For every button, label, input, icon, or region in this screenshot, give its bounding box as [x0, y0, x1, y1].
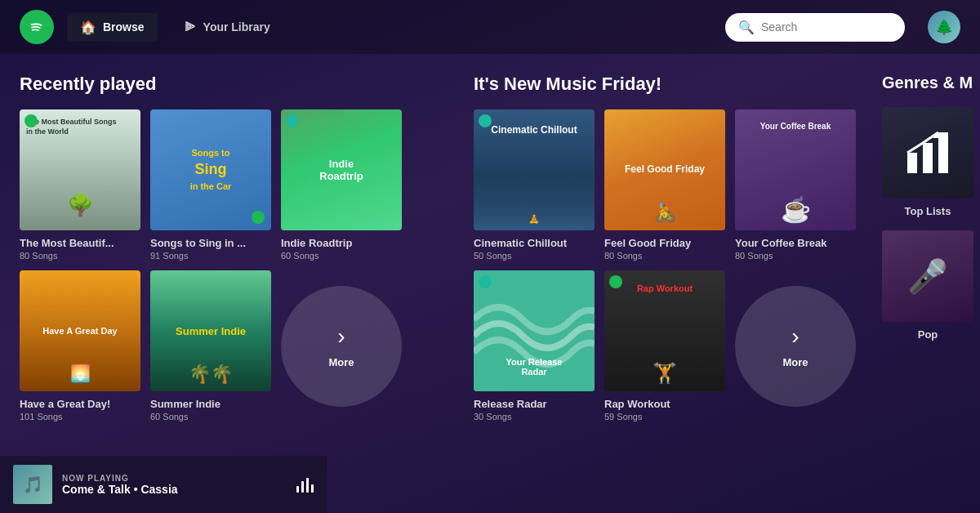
recently-played-row-1: The Most Beautiful Songsin the World 🌳 T…: [20, 109, 454, 261]
card-title-summer-indie: Summer Indie: [150, 398, 271, 410]
card-subtitle-indie-roadtrip: 60 Songs: [281, 251, 402, 261]
recently-played-section: Recently played The Most Beautiful Songs…: [0, 54, 474, 456]
spotify-logo[interactable]: [20, 10, 54, 44]
svg-rect-3: [923, 143, 933, 173]
spotify-badge-most-beautiful: [24, 114, 38, 127]
card-subtitle-summer-indie: 60 Songs: [150, 412, 271, 422]
svg-rect-4: [938, 132, 948, 173]
now-playing-label: NOW PLAYING: [62, 474, 287, 483]
spotify-badge-release: [479, 275, 492, 288]
card-subtitle-rap-workout: 59 Songs: [604, 412, 725, 422]
card-art-text-summer: Summer Indie: [169, 319, 252, 344]
card-title-rap-workout: Rap Workout: [604, 398, 725, 410]
card-subtitle-release-radar: 30 Songs: [474, 412, 595, 422]
bar-4: [311, 484, 314, 493]
genres-title: Genres & M: [882, 74, 973, 92]
more-card-recently-played: › More: [281, 270, 402, 422]
sun-decoration: 🌅: [70, 364, 91, 383]
card-subtitle-great-day: 101 Songs: [20, 412, 140, 422]
card-art-text-great-day: Have A Great Day: [36, 319, 124, 343]
recently-played-row-2: Have A Great Day 🌅 Have a Great Day! 101…: [20, 270, 454, 422]
card-art-text-release-radar: Your ReleaseRadar: [474, 350, 595, 383]
library-label: Your Library: [203, 20, 270, 33]
new-music-row-1: Cinematic Chillout 🧘 Cinematic Chillout …: [474, 109, 862, 261]
genre-card-pop[interactable]: 🎤 Pop: [882, 230, 973, 341]
coffee-decoration: ☕: [781, 195, 811, 224]
more-arrow-icon-2: ›: [791, 323, 799, 350]
card-img-most-beautiful: The Most Beautiful Songsin the World 🌳: [20, 109, 140, 230]
spotify-badge-indie: [286, 114, 299, 127]
genre-img-top-lists: [882, 107, 973, 199]
card-img-songs-sing: Songs toSingin the Car: [150, 109, 271, 230]
more-button-recently-played[interactable]: › More: [281, 286, 402, 407]
card-title-great-day: Have a Great Day!: [20, 398, 140, 410]
genre-title-top-lists: Top Lists: [882, 205, 973, 217]
browse-nav[interactable]: 🏠 Browse: [67, 13, 158, 42]
new-music-title: It's New Music Friday!: [474, 74, 862, 95]
more-label-new-music: More: [782, 356, 808, 368]
chart-icon: [903, 128, 952, 177]
bike-decoration: 🚴: [654, 203, 676, 224]
card-img-great-day: Have A Great Day 🌅: [20, 270, 140, 391]
card-art-text-most-beautiful: The Most Beautiful Songsin the World: [26, 118, 117, 136]
now-playing-bar[interactable]: 🎵 NOW PLAYING Come & Talk • Cassia: [0, 456, 327, 513]
library-nav[interactable]: ⫸ Your Library: [171, 13, 283, 41]
card-rap-workout[interactable]: Rap Workout 🏋️ Rap Workout 59 Songs: [604, 270, 725, 422]
home-icon: 🏠: [80, 20, 96, 35]
user-avatar[interactable]: 🌲: [928, 11, 960, 43]
mic-icon: 🎤: [907, 257, 948, 296]
card-art-text-songs-sing: Songs toSingin the Car: [184, 141, 238, 199]
now-playing-title: Come & Talk • Cassia: [62, 483, 287, 496]
card-feel-good[interactable]: Feel Good Friday 🚴 Feel Good Friday 80 S…: [604, 109, 725, 261]
card-title-indie-roadtrip: Indie Roadtrip: [281, 237, 402, 249]
genre-img-pop: 🎤: [882, 230, 973, 322]
search-bar[interactable]: 🔍: [725, 13, 905, 42]
card-img-indie-roadtrip: IndieRoadtrip: [281, 109, 402, 230]
card-subtitle-coffee-break: 80 Songs: [735, 251, 856, 261]
card-img-coffee-break: Your Coffee Break ☕: [735, 109, 856, 230]
card-art-text-indie: IndieRoadtrip: [313, 151, 369, 189]
card-most-beautiful[interactable]: The Most Beautiful Songsin the World 🌳 T…: [20, 109, 140, 261]
more-button-new-music[interactable]: › More: [735, 286, 856, 407]
card-coffee-break[interactable]: Your Coffee Break ☕ Your Coffee Break 80…: [735, 109, 856, 261]
card-subtitle-songs-sing: 91 Songs: [150, 251, 271, 261]
more-arrow-icon: ›: [337, 323, 345, 350]
main-content: Recently played The Most Beautiful Songs…: [0, 54, 980, 456]
card-art-text-rap: Rap Workout: [604, 277, 725, 300]
card-indie-roadtrip[interactable]: IndieRoadtrip Indie Roadtrip 60 Songs: [281, 109, 402, 261]
card-img-release-radar: Your ReleaseRadar: [474, 270, 595, 391]
svg-rect-2: [907, 153, 917, 173]
card-art-text-feel-good: Feel Good Friday: [618, 157, 711, 183]
card-title-coffee-break: Your Coffee Break: [735, 237, 856, 249]
new-music-row-2: Your ReleaseRadar Release Radar 30 Songs…: [474, 270, 862, 422]
more-card-new-music: › More: [735, 270, 856, 422]
spotify-badge-rap: [609, 275, 622, 288]
card-art-text-cinematic: Cinematic Chillout: [474, 118, 595, 142]
card-subtitle-most-beautiful: 80 Songs: [20, 251, 140, 261]
more-label-recently-played: More: [328, 356, 354, 368]
card-great-day[interactable]: Have A Great Day 🌅 Have a Great Day! 101…: [20, 270, 140, 422]
now-playing-thumbnail: 🎵: [13, 465, 52, 504]
card-img-summer-indie: Summer Indie 🌴🌴: [150, 270, 271, 391]
card-cinematic[interactable]: Cinematic Chillout 🧘 Cinematic Chillout …: [474, 109, 595, 261]
spotify-badge-cinematic: [479, 114, 492, 127]
card-title-release-radar: Release Radar: [474, 398, 595, 410]
search-input[interactable]: [761, 20, 892, 33]
new-music-section: It's New Music Friday! Cinematic Chillou…: [474, 54, 882, 456]
card-img-feel-good: Feel Good Friday 🚴: [604, 109, 725, 230]
card-release-radar[interactable]: Your ReleaseRadar Release Radar 30 Songs: [474, 270, 595, 422]
spotify-dot-songs: [252, 211, 265, 224]
genre-card-top-lists[interactable]: Top Lists: [882, 107, 973, 217]
search-icon: 🔍: [738, 20, 755, 35]
silhouette-decoration: 🧘: [474, 173, 595, 230]
card-summer-indie[interactable]: Summer Indie 🌴🌴 Summer Indie 60 Songs: [150, 270, 271, 422]
card-img-cinematic: Cinematic Chillout 🧘: [474, 109, 595, 230]
card-title-songs-sing: Songs to Sing in ...: [150, 237, 271, 249]
card-title-cinematic: Cinematic Chillout: [474, 237, 595, 249]
card-art-text-coffee: Your Coffee Break: [735, 116, 856, 136]
bar-2: [301, 481, 304, 493]
card-songs-sing[interactable]: Songs toSingin the Car Songs to Sing in …: [150, 109, 271, 261]
bar-1: [296, 486, 299, 493]
genres-section: Genres & M Top Lists 🎤 Pop: [882, 54, 980, 456]
card-title-most-beautiful: The Most Beautif...: [20, 237, 140, 249]
